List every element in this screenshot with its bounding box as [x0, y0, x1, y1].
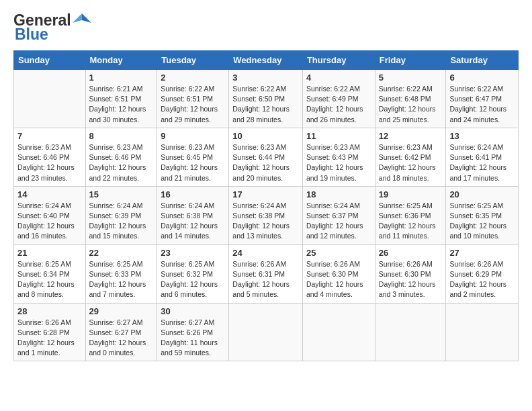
day-info: Sunrise: 6:23 AM Sunset: 6:46 PM Dayligh… [17, 142, 82, 183]
day-info: Sunrise: 6:25 AM Sunset: 6:34 PM Dayligh… [17, 259, 82, 300]
calendar-cell: 13Sunrise: 6:24 AM Sunset: 6:41 PM Dayli… [446, 128, 519, 186]
calendar-cell: 19Sunrise: 6:25 AM Sunset: 6:36 PM Dayli… [375, 186, 446, 244]
day-number: 11 [306, 131, 371, 141]
day-number: 6 [449, 73, 515, 83]
day-number: 7 [17, 131, 82, 141]
col-header-monday: Monday [85, 51, 157, 70]
logo-bird-icon [73, 11, 91, 30]
calendar-cell: 8Sunrise: 6:23 AM Sunset: 6:46 PM Daylig… [85, 128, 157, 186]
day-number: 29 [89, 306, 154, 316]
calendar-cell: 16Sunrise: 6:24 AM Sunset: 6:38 PM Dayli… [157, 186, 229, 244]
day-number: 21 [17, 248, 82, 258]
day-number: 3 [232, 73, 299, 83]
day-number: 4 [306, 73, 371, 83]
logo-blue: Blue [15, 26, 48, 44]
calendar-cell [14, 70, 86, 128]
day-number: 9 [161, 131, 225, 141]
day-info: Sunrise: 6:26 AM Sunset: 6:29 PM Dayligh… [449, 259, 515, 300]
day-info: Sunrise: 6:23 AM Sunset: 6:43 PM Dayligh… [306, 142, 371, 183]
day-info: Sunrise: 6:22 AM Sunset: 6:47 PM Dayligh… [449, 84, 515, 125]
day-number: 16 [161, 189, 225, 199]
day-info: Sunrise: 6:22 AM Sunset: 6:50 PM Dayligh… [232, 84, 299, 125]
col-header-saturday: Saturday [446, 51, 519, 70]
day-info: Sunrise: 6:24 AM Sunset: 6:41 PM Dayligh… [449, 142, 515, 183]
day-number: 10 [232, 131, 299, 141]
day-info: Sunrise: 6:26 AM Sunset: 6:30 PM Dayligh… [379, 259, 443, 300]
day-number: 8 [89, 131, 154, 141]
day-info: Sunrise: 6:25 AM Sunset: 6:35 PM Dayligh… [449, 201, 515, 242]
day-info: Sunrise: 6:23 AM Sunset: 6:44 PM Dayligh… [232, 142, 299, 183]
calendar-cell: 3Sunrise: 6:22 AM Sunset: 6:50 PM Daylig… [229, 70, 303, 128]
day-number: 19 [379, 189, 443, 199]
day-number: 23 [161, 248, 225, 258]
day-info: Sunrise: 6:24 AM Sunset: 6:38 PM Dayligh… [161, 201, 225, 242]
day-number: 24 [232, 248, 299, 258]
col-header-thursday: Thursday [302, 51, 375, 70]
day-number: 13 [449, 131, 515, 141]
day-info: Sunrise: 6:27 AM Sunset: 6:27 PM Dayligh… [89, 318, 154, 359]
calendar-cell: 24Sunrise: 6:26 AM Sunset: 6:31 PM Dayli… [229, 244, 303, 303]
day-info: Sunrise: 6:24 AM Sunset: 6:38 PM Dayligh… [232, 201, 299, 242]
calendar-cell: 10Sunrise: 6:23 AM Sunset: 6:44 PM Dayli… [229, 128, 303, 186]
svg-marker-1 [73, 13, 82, 23]
day-number: 12 [379, 131, 443, 141]
calendar-cell: 20Sunrise: 6:25 AM Sunset: 6:35 PM Dayli… [446, 186, 519, 244]
day-info: Sunrise: 6:23 AM Sunset: 6:45 PM Dayligh… [161, 142, 225, 183]
day-number: 20 [449, 189, 515, 199]
calendar-cell: 22Sunrise: 6:25 AM Sunset: 6:33 PM Dayli… [85, 244, 157, 303]
calendar-cell: 26Sunrise: 6:26 AM Sunset: 6:30 PM Dayli… [375, 244, 446, 303]
day-number: 25 [306, 248, 371, 258]
day-info: Sunrise: 6:25 AM Sunset: 6:33 PM Dayligh… [89, 259, 154, 300]
day-number: 17 [232, 189, 299, 199]
col-header-tuesday: Tuesday [157, 51, 229, 70]
day-info: Sunrise: 6:22 AM Sunset: 6:49 PM Dayligh… [306, 84, 371, 125]
calendar-cell: 23Sunrise: 6:25 AM Sunset: 6:32 PM Dayli… [157, 244, 229, 303]
col-header-sunday: Sunday [14, 51, 86, 70]
calendar-cell: 7Sunrise: 6:23 AM Sunset: 6:46 PM Daylig… [14, 128, 86, 186]
day-info: Sunrise: 6:22 AM Sunset: 6:51 PM Dayligh… [161, 84, 225, 125]
calendar-cell: 1Sunrise: 6:21 AM Sunset: 6:51 PM Daylig… [85, 70, 157, 128]
day-number: 15 [89, 189, 154, 199]
day-info: Sunrise: 6:25 AM Sunset: 6:36 PM Dayligh… [379, 201, 443, 242]
col-header-friday: Friday [375, 51, 446, 70]
calendar-cell [446, 303, 519, 361]
calendar-cell: 21Sunrise: 6:25 AM Sunset: 6:34 PM Dayli… [14, 244, 86, 303]
calendar-cell [229, 303, 303, 361]
calendar-cell: 28Sunrise: 6:26 AM Sunset: 6:28 PM Dayli… [14, 303, 86, 361]
day-number: 14 [17, 189, 82, 199]
calendar-cell: 27Sunrise: 6:26 AM Sunset: 6:29 PM Dayli… [446, 244, 519, 303]
calendar-cell: 30Sunrise: 6:27 AM Sunset: 6:26 PM Dayli… [157, 303, 229, 361]
day-number: 22 [89, 248, 154, 258]
day-info: Sunrise: 6:26 AM Sunset: 6:31 PM Dayligh… [232, 259, 299, 300]
day-info: Sunrise: 6:25 AM Sunset: 6:32 PM Dayligh… [161, 259, 225, 300]
page-header: General Blue [13, 11, 519, 44]
calendar-cell: 5Sunrise: 6:22 AM Sunset: 6:48 PM Daylig… [375, 70, 446, 128]
calendar-cell: 25Sunrise: 6:26 AM Sunset: 6:30 PM Dayli… [302, 244, 375, 303]
day-info: Sunrise: 6:24 AM Sunset: 6:40 PM Dayligh… [17, 201, 82, 242]
day-info: Sunrise: 6:24 AM Sunset: 6:37 PM Dayligh… [306, 201, 371, 242]
calendar-cell: 9Sunrise: 6:23 AM Sunset: 6:45 PM Daylig… [157, 128, 229, 186]
calendar-cell: 14Sunrise: 6:24 AM Sunset: 6:40 PM Dayli… [14, 186, 86, 244]
day-number: 18 [306, 189, 371, 199]
day-info: Sunrise: 6:22 AM Sunset: 6:48 PM Dayligh… [379, 84, 443, 125]
calendar-cell: 11Sunrise: 6:23 AM Sunset: 6:43 PM Dayli… [302, 128, 375, 186]
day-number: 27 [449, 248, 515, 258]
day-number: 2 [161, 73, 225, 83]
day-number: 26 [379, 248, 443, 258]
day-info: Sunrise: 6:21 AM Sunset: 6:51 PM Dayligh… [89, 84, 154, 125]
day-number: 5 [379, 73, 443, 83]
calendar-table: SundayMondayTuesdayWednesdayThursdayFrid… [13, 50, 519, 361]
calendar-cell: 15Sunrise: 6:24 AM Sunset: 6:39 PM Dayli… [85, 186, 157, 244]
day-info: Sunrise: 6:23 AM Sunset: 6:42 PM Dayligh… [379, 142, 443, 183]
calendar-cell [302, 303, 375, 361]
day-info: Sunrise: 6:26 AM Sunset: 6:30 PM Dayligh… [306, 259, 371, 300]
day-number: 1 [89, 73, 154, 83]
calendar-cell: 18Sunrise: 6:24 AM Sunset: 6:37 PM Dayli… [302, 186, 375, 244]
calendar-cell: 4Sunrise: 6:22 AM Sunset: 6:49 PM Daylig… [302, 70, 375, 128]
day-number: 28 [17, 306, 82, 316]
day-info: Sunrise: 6:24 AM Sunset: 6:39 PM Dayligh… [89, 201, 154, 242]
calendar-cell: 12Sunrise: 6:23 AM Sunset: 6:42 PM Dayli… [375, 128, 446, 186]
calendar-cell [375, 303, 446, 361]
calendar-cell: 6Sunrise: 6:22 AM Sunset: 6:47 PM Daylig… [446, 70, 519, 128]
logo: General Blue [13, 11, 91, 44]
